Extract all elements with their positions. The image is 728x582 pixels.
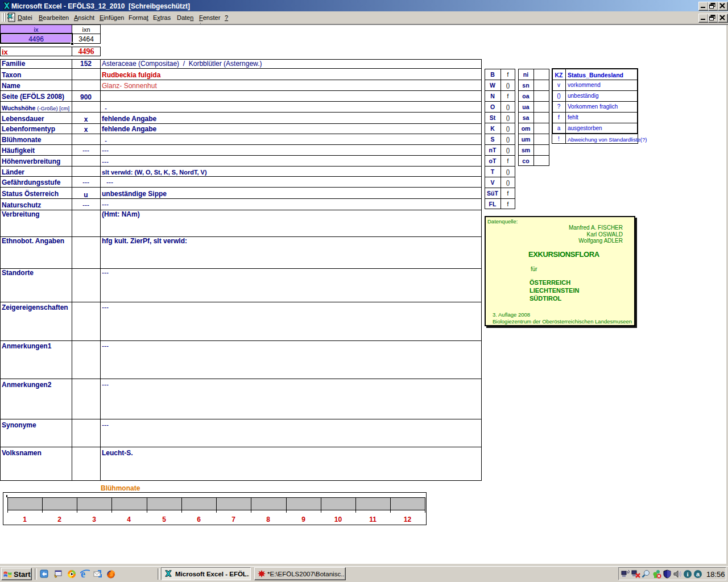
svg-text:i: i — [686, 571, 688, 577]
svg-text:a: a — [696, 571, 700, 577]
